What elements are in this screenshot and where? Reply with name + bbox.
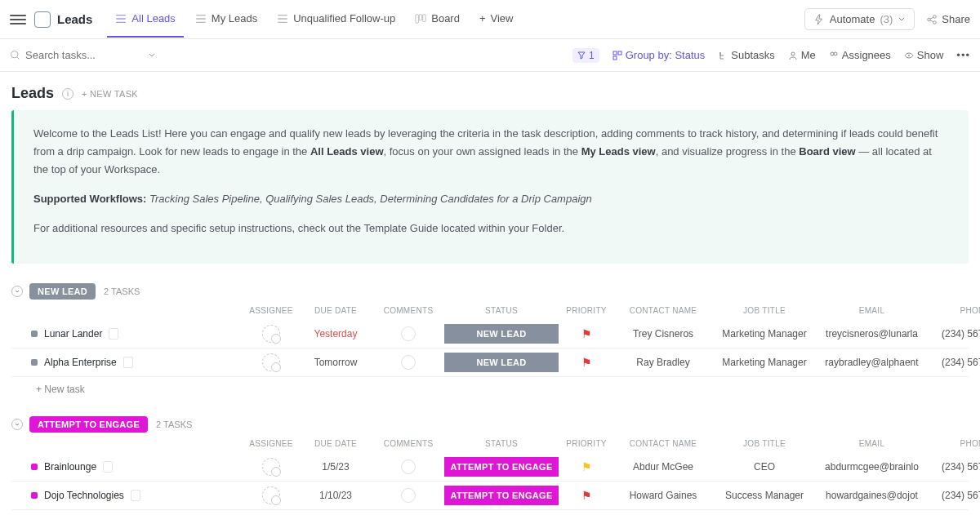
- filter-count[interactable]: 1: [572, 48, 599, 63]
- eye-icon: [904, 51, 914, 60]
- col-header: CONTACT NAME: [614, 306, 712, 315]
- due-date[interactable]: Tomorrow: [299, 357, 372, 368]
- svg-point-4: [933, 15, 937, 18]
- table-row[interactable]: Lunar Lander Yesterday NEW LEAD ⚑ Trey C…: [11, 320, 969, 349]
- status-pill[interactable]: NEW LEAD: [444, 324, 559, 344]
- user-icon: [788, 51, 798, 60]
- comment-icon[interactable]: [401, 355, 416, 370]
- board-icon: [415, 13, 426, 24]
- due-date[interactable]: 1/10/23: [299, 490, 372, 501]
- view-tabs: All Leads My Leads Unqualified Follow-up…: [107, 1, 521, 38]
- automate-button[interactable]: Automate (3): [804, 8, 915, 30]
- new-task-row[interactable]: + New task: [11, 377, 969, 402]
- phone: (234) 567-8901: [930, 490, 980, 501]
- doc-icon[interactable]: [131, 490, 140, 501]
- menu-icon[interactable]: [10, 11, 26, 28]
- comment-icon[interactable]: [401, 460, 416, 474]
- phone: (234) 567-8901: [930, 328, 980, 340]
- table-row[interactable]: Alpha Enterprise Tomorrow NEW LEAD ⚑ Ray…: [11, 349, 969, 377]
- page-header: Leads i + NEW TASK: [11, 85, 969, 102]
- col-header: PHONE: [930, 439, 980, 448]
- col-header: EMAIL: [817, 306, 927, 315]
- collapse-icon[interactable]: [11, 419, 23, 430]
- tab-all-leads[interactable]: All Leads: [107, 1, 183, 38]
- assignee-avatar[interactable]: [262, 486, 280, 504]
- priority-flag[interactable]: ⚑: [562, 327, 611, 340]
- priority-flag[interactable]: ⚑: [562, 489, 611, 502]
- email: abdurmcgee@brainlo: [817, 461, 927, 473]
- show-toggle[interactable]: Show: [904, 49, 944, 61]
- new-task-button[interactable]: + NEW TASK: [82, 89, 138, 99]
- tab-unqualified[interactable]: Unqualified Follow-up: [269, 1, 403, 38]
- col-header: ASSIGNEE: [247, 306, 296, 315]
- assignee-avatar[interactable]: [262, 458, 280, 476]
- subtasks-toggle[interactable]: Subtasks: [718, 49, 774, 61]
- job-title: Marketing Manager: [715, 328, 813, 340]
- svg-point-6: [11, 51, 18, 58]
- me-filter[interactable]: Me: [788, 49, 816, 61]
- users-icon: [829, 51, 839, 60]
- group-by[interactable]: Group by: Status: [612, 49, 706, 61]
- list-icon: [115, 13, 127, 24]
- tab-my-leads[interactable]: My Leads: [187, 1, 265, 38]
- col-header: CONTACT NAME: [614, 439, 712, 448]
- share-button[interactable]: Share: [926, 13, 970, 25]
- task-count: 2 TASKS: [156, 420, 192, 429]
- task-title[interactable]: Dojo Technologies: [44, 490, 124, 501]
- info-icon[interactable]: i: [62, 88, 74, 100]
- col-header: EMAIL: [817, 439, 927, 448]
- status-badge[interactable]: NEW LEAD: [29, 283, 96, 300]
- search-icon: [10, 50, 20, 60]
- assignee-avatar[interactable]: [262, 325, 280, 343]
- svg-point-12: [834, 52, 837, 55]
- doc-icon[interactable]: [123, 357, 133, 368]
- due-date[interactable]: 1/5/23: [299, 461, 372, 473]
- job-title: Success Manager: [715, 490, 813, 501]
- col-header: STATUS: [444, 306, 559, 315]
- svg-rect-7: [613, 51, 617, 55]
- status-pill[interactable]: ATTEMPT TO ENGAGE: [444, 457, 559, 477]
- status-pill[interactable]: NEW LEAD: [444, 353, 559, 372]
- task-title[interactable]: Lunar Lander: [44, 328, 102, 340]
- comment-icon[interactable]: [401, 326, 416, 341]
- status-pill[interactable]: ATTEMPT TO ENGAGE: [444, 486, 559, 505]
- phone: (234) 567-8901: [930, 357, 980, 368]
- task-title[interactable]: Alpha Enterprise: [44, 357, 117, 368]
- list-icon: [277, 13, 288, 24]
- status-dot: [31, 331, 38, 337]
- share-icon: [926, 14, 938, 25]
- group-header: ATTEMPT TO ENGAGE 2 TASKS: [11, 416, 969, 433]
- table-row[interactable]: Brainlounge 1/5/23 ATTEMPT TO ENGAGE ⚑ A…: [11, 453, 969, 482]
- assignee-avatar[interactable]: [262, 353, 280, 371]
- filter-bar: 1 Group by: Status Subtasks Me Assignees…: [0, 39, 980, 72]
- zap-icon: [813, 14, 825, 25]
- table-row[interactable]: Dojo Technologies 1/10/23 ATTEMPT TO ENG…: [11, 482, 969, 510]
- comment-icon[interactable]: [401, 488, 416, 503]
- col-header: DUE DATE: [299, 439, 372, 448]
- col-header: JOB TITLE: [715, 306, 813, 315]
- assignees-filter[interactable]: Assignees: [829, 49, 891, 61]
- tab-add-view[interactable]: + View: [471, 1, 522, 38]
- priority-flag[interactable]: ⚑: [562, 356, 611, 369]
- doc-icon[interactable]: [103, 461, 113, 473]
- email: raybradley@alphaent: [817, 357, 927, 368]
- due-date[interactable]: Yesterday: [299, 328, 372, 340]
- new-task-row[interactable]: + New task: [11, 510, 969, 515]
- search-input[interactable]: [25, 49, 140, 61]
- status-badge[interactable]: ATTEMPT TO ENGAGE: [29, 416, 148, 433]
- chevron-down-icon[interactable]: [148, 51, 156, 60]
- col-header: PHONE: [930, 306, 980, 315]
- doc-icon[interactable]: [109, 328, 118, 340]
- priority-flag[interactable]: ⚑: [562, 460, 611, 473]
- email: howardgaines@dojot: [817, 490, 927, 501]
- task-title[interactable]: Brainlounge: [44, 461, 96, 473]
- more-menu[interactable]: •••: [956, 49, 970, 61]
- col-header: COMMENTS: [376, 439, 441, 448]
- search-box[interactable]: [10, 49, 572, 61]
- collapse-icon[interactable]: [11, 286, 23, 297]
- col-header: PRIORITY: [562, 439, 611, 448]
- svg-rect-9: [613, 56, 617, 60]
- filter-icon: [577, 51, 586, 60]
- group-header: NEW LEAD 2 TASKS: [11, 283, 969, 300]
- tab-board[interactable]: Board: [407, 1, 468, 38]
